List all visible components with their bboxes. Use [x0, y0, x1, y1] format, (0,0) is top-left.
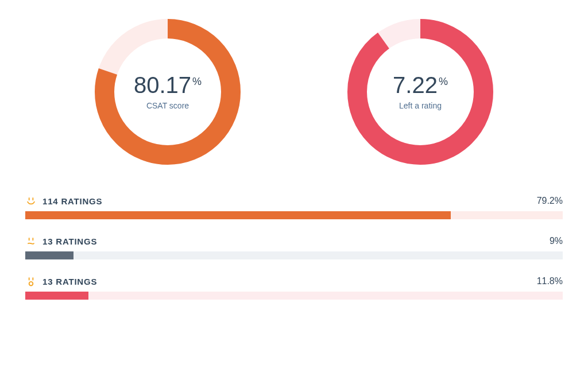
ratings-count: 114	[42, 196, 58, 206]
ratings-row-title: 114 RATINGS	[42, 196, 102, 206]
meh-icon	[25, 235, 37, 247]
ratings-row-header: 13 RATINGS9%	[25, 235, 563, 247]
ratings-row-percent: 9%	[550, 236, 563, 246]
ratings-bar-track	[25, 251, 563, 259]
smile-icon	[25, 195, 37, 207]
ratings-label: RATINGS	[56, 277, 97, 286]
ratings-row-percent: 11.8%	[537, 276, 563, 286]
ratings-label: RATINGS	[61, 196, 102, 206]
ratings-count: 13	[42, 277, 53, 286]
donut-csat: 80.17%CSAT score	[93, 17, 242, 166]
donut-label: Left a rating	[399, 101, 442, 110]
svg-point-6	[29, 282, 33, 286]
ratings-row-left: 114 RATINGS	[25, 195, 102, 207]
ratings-bar-bg	[25, 292, 563, 300]
dashboard-panel: 80.17%CSAT score7.22%Left a rating 114 R…	[0, 0, 588, 380]
donut-center: 7.22%Left a rating	[346, 17, 495, 166]
percent-icon: %	[192, 76, 202, 88]
ratings-row-sad: 13 RATINGS11.8%	[25, 276, 563, 300]
ratings-breakdown: 114 RATINGS79.2%13 RATINGS9%13 RATINGS11…	[23, 195, 565, 300]
ratings-row-neutral: 13 RATINGS9%	[25, 235, 563, 259]
frown-icon	[25, 276, 37, 287]
ratings-bar-fill	[25, 251, 74, 259]
ratings-row-happy: 114 RATINGS79.2%	[25, 195, 563, 219]
ratings-label: RATINGS	[56, 236, 97, 246]
ratings-row-left: 13 RATINGS	[25, 235, 97, 247]
ratings-row-header: 13 RATINGS11.8%	[25, 276, 563, 287]
donut-value: 80.17%	[134, 73, 202, 96]
ratings-bar-track	[25, 292, 563, 300]
donut-label: CSAT score	[146, 101, 189, 110]
ratings-row-title: 13 RATINGS	[42, 277, 97, 286]
donut-value-number: 7.22	[393, 73, 438, 96]
donut-center: 80.17%CSAT score	[93, 17, 242, 166]
ratings-row-header: 114 RATINGS79.2%	[25, 195, 563, 207]
ratings-bar-fill	[25, 292, 88, 300]
ratings-bar-bg	[25, 251, 563, 259]
ratings-bar-fill	[25, 211, 451, 219]
ratings-row-title: 13 RATINGS	[42, 236, 97, 246]
ratings-row-percent: 79.2%	[537, 196, 563, 206]
donut-charts-row: 80.17%CSAT score7.22%Left a rating	[23, 17, 565, 166]
ratings-count: 13	[42, 236, 53, 246]
donut-value-number: 80.17	[134, 73, 191, 96]
percent-icon: %	[439, 76, 448, 88]
donut-rated: 7.22%Left a rating	[346, 17, 495, 166]
ratings-bar-track	[25, 211, 563, 219]
donut-value: 7.22%	[393, 73, 448, 96]
ratings-row-left: 13 RATINGS	[25, 276, 97, 287]
